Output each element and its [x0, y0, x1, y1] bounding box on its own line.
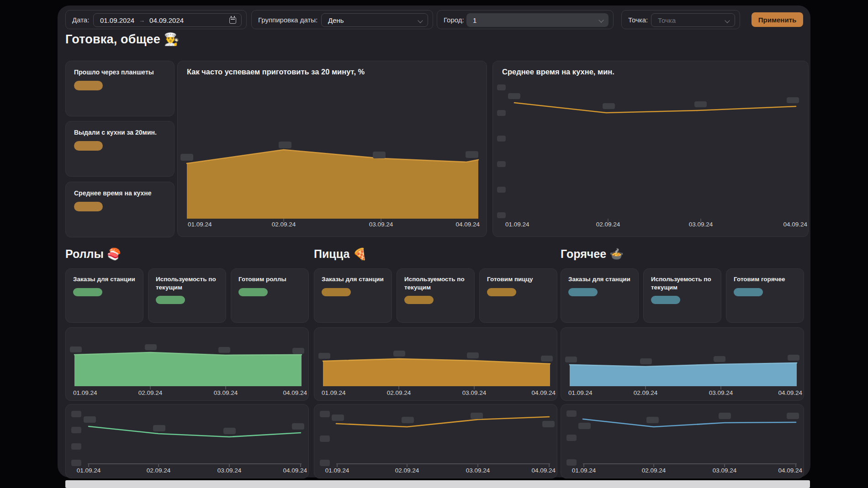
stat-card-rolls-orders: Заказы для станции: [65, 268, 143, 323]
svg-text:02.09.24: 02.09.24: [387, 389, 411, 396]
date-range-input[interactable]: 01.09.2024 → 04.09.2024: [93, 13, 242, 27]
svg-text:01.09.24: 01.09.24: [188, 221, 212, 228]
svg-text:02.09.24: 02.09.24: [596, 221, 620, 228]
section-title-pizza: Пицца 🍕: [314, 247, 367, 261]
stat-card-rolls-cooking: Готовим роллы: [231, 268, 309, 323]
redacted-stat-value: [404, 296, 434, 304]
stat-label: Заказы для станции: [322, 275, 384, 283]
section-title-rolls: Роллы 🍣: [65, 247, 121, 261]
date-from-value: 01.09.2024: [100, 16, 134, 24]
date-grouping-label: Группировка даты:: [258, 16, 318, 24]
stat-label: Используемость по текущим: [156, 275, 218, 291]
stat-label: Готовим горячее: [734, 275, 796, 283]
dashboard-container: Дата: 01.09.2024 → 04.09.2024 Группировк…: [58, 5, 810, 478]
stat-card-hot-utilization: Используемость по текущим: [643, 268, 721, 323]
redacted-stat-value: [156, 296, 185, 304]
chart-card-pizza-line: 01.09.2402.09.2403.09.2404.09.24: [314, 404, 557, 478]
section-title-hot: Горячее 🍲: [561, 247, 624, 261]
redacted-kpi-value: [74, 141, 103, 151]
area-chart-cook-in-20min: 01.09.2402.09.2403.09.2404.09.24: [178, 61, 487, 236]
redacted-stat-value: [238, 288, 268, 296]
svg-text:03.09.24: 03.09.24: [217, 467, 242, 474]
stat-card-pizza-cooking: Готовим пиццу: [479, 268, 557, 323]
svg-text:02.09.24: 02.09.24: [642, 467, 666, 474]
chart-card-avg-kitchen-time: Среднее время на кухне, мин. 01.09.2402.…: [492, 61, 809, 237]
svg-text:02.09.24: 02.09.24: [634, 389, 658, 396]
date-filter-label: Дата:: [72, 16, 89, 24]
svg-text:03.09.24: 03.09.24: [369, 221, 393, 228]
point-filter-group: Точка: Точка: [621, 10, 740, 29]
svg-text:02.09.24: 02.09.24: [138, 389, 163, 396]
date-filter-group: Дата: 01.09.2024 → 04.09.2024: [65, 10, 247, 29]
stat-card-rolls-utilization: Используемость по текущим: [148, 268, 226, 323]
city-filter-group: Город: 1: [437, 10, 614, 29]
svg-text:02.09.24: 02.09.24: [395, 467, 419, 474]
svg-text:01.09.24: 01.09.24: [73, 389, 97, 396]
redacted-stat-value: [651, 296, 680, 304]
line-chart-pizza: 01.09.2402.09.2403.09.2404.09.24: [314, 404, 557, 478]
svg-text:04.09.24: 04.09.24: [778, 467, 802, 474]
chevron-down-icon: [725, 18, 730, 23]
kpi-card-tablets: Прошло через планшеты: [65, 61, 175, 116]
svg-text:03.09.24: 03.09.24: [214, 389, 238, 396]
stat-label: Готовим роллы: [238, 275, 301, 283]
chart-card-cook-in-20min: Как часто успеваем приготовить за 20 мин…: [177, 61, 487, 237]
line-chart-avg-kitchen-time: 01.09.2402.09.2403.09.2404.09.24: [493, 61, 808, 236]
kpi-card-avg-kitchen-time: Среднее время на кухне: [65, 182, 175, 237]
svg-text:02.09.24: 02.09.24: [272, 221, 296, 228]
kpi-label: Среднее время на кухне: [74, 189, 166, 197]
redacted-stat-value: [322, 288, 351, 296]
point-filter-label: Точка:: [628, 16, 648, 24]
date-grouping-select[interactable]: День: [321, 13, 428, 27]
redacted-kpi-value: [74, 202, 103, 211]
chart-card-hot-area: 01.09.2402.09.2403.09.2404.09.24: [561, 327, 804, 401]
svg-text:04.09.24: 04.09.24: [283, 467, 307, 474]
stat-label: Заказы для станции: [73, 275, 136, 283]
redacted-stat-value: [734, 288, 763, 296]
svg-text:03.09.24: 03.09.24: [689, 221, 713, 228]
stat-label: Заказы для станции: [568, 275, 631, 283]
svg-text:01.09.24: 01.09.24: [322, 389, 346, 396]
svg-text:03.09.24: 03.09.24: [462, 389, 487, 396]
kpi-label: Прошло через планшеты: [74, 68, 166, 76]
chart-card-rolls-line: 01.09.2402.09.2403.09.2404.09.24: [65, 404, 309, 478]
svg-text:04.09.24: 04.09.24: [783, 221, 807, 228]
svg-text:03.09.24: 03.09.24: [713, 467, 737, 474]
date-grouping-filter-group: Группировка даты: День: [251, 10, 433, 29]
point-select[interactable]: Точка: [651, 13, 735, 27]
page-title: Готовка, общее 👨‍🍳: [65, 32, 180, 47]
stat-card-hot-cooking: Готовим горячее: [726, 268, 804, 323]
apply-button[interactable]: Применить: [752, 12, 803, 27]
chart-card-hot-line: 01.09.2402.09.2403.09.2404.09.24: [561, 404, 804, 478]
horizontal-scrollbar[interactable]: [65, 480, 810, 488]
city-select[interactable]: 1: [466, 13, 609, 27]
date-grouping-value: День: [328, 16, 344, 24]
chevron-down-icon: [418, 18, 423, 23]
city-filter-label: Город:: [444, 16, 464, 24]
line-chart-rolls: 01.09.2402.09.2403.09.2404.09.24: [66, 404, 308, 478]
stat-card-pizza-utilization: Используемость по текущим: [397, 268, 475, 323]
chart-title: Среднее время на кухне, мин.: [502, 68, 614, 76]
svg-text:02.09.24: 02.09.24: [147, 467, 171, 474]
stat-label: Готовим пиццу: [487, 275, 550, 283]
svg-text:04.09.24: 04.09.24: [283, 389, 307, 396]
svg-text:01.09.24: 01.09.24: [77, 467, 101, 474]
chart-card-pizza-area: 01.09.2402.09.2403.09.2404.09.24: [314, 327, 557, 401]
calendar-icon[interactable]: [229, 17, 236, 24]
svg-text:03.09.24: 03.09.24: [709, 389, 733, 396]
svg-text:04.09.24: 04.09.24: [778, 389, 802, 396]
stat-label: Используемость по текущим: [651, 275, 714, 291]
redacted-stat-value: [568, 288, 598, 296]
chart-title: Как часто успеваем приготовить за 20 мин…: [187, 68, 365, 76]
chart-card-rolls-area: 01.09.2402.09.2403.09.2404.09.24: [65, 327, 309, 401]
svg-text:01.09.24: 01.09.24: [572, 467, 596, 474]
date-to-value: 04.09.2024: [149, 16, 184, 24]
svg-text:01.09.24: 01.09.24: [325, 467, 349, 474]
svg-text:04.09.24: 04.09.24: [531, 389, 556, 396]
line-chart-hot: 01.09.2402.09.2403.09.2404.09.24: [561, 404, 804, 478]
redacted-stat-value: [487, 288, 516, 296]
svg-text:01.09.24: 01.09.24: [505, 221, 529, 228]
stat-card-pizza-orders: Заказы для станции: [314, 268, 392, 323]
redacted-stat-value: [73, 288, 102, 296]
kpi-label: Выдали с кухни за 20мин.: [74, 129, 166, 136]
